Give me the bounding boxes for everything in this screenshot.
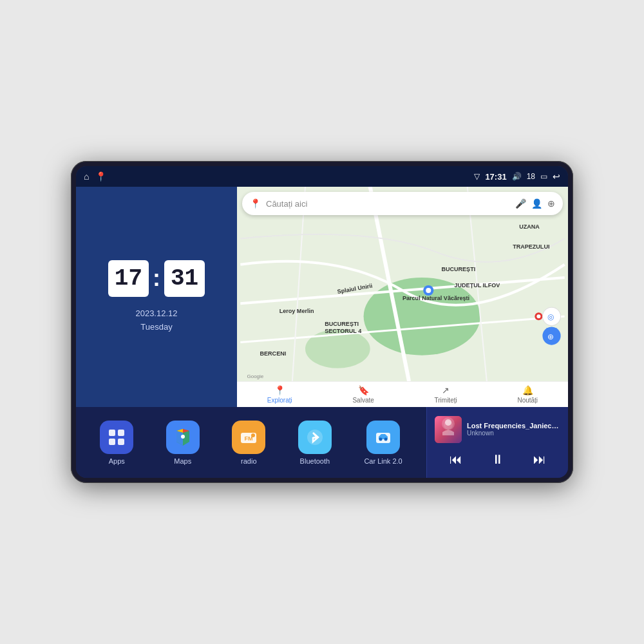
map-tab-news[interactable]: 🔔 Noutăți: [517, 385, 538, 404]
saved-icon: 🔖: [358, 385, 369, 395]
svg-rect-30: [118, 439, 124, 445]
clock-minutes: 31: [164, 260, 205, 297]
maps-icon-image: [166, 421, 200, 454]
svg-text:⊕: ⊕: [547, 332, 554, 341]
map-panel[interactable]: Parcul Natural Văcărești Leroy Merlin BU…: [237, 187, 568, 407]
clock-hours: 17: [108, 260, 149, 297]
svg-rect-27: [109, 430, 115, 436]
svg-text:SECTORUL 4: SECTORUL 4: [325, 328, 361, 334]
app-icon-maps[interactable]: Maps: [166, 421, 200, 465]
svg-text:TRAPEZULUI: TRAPEZULUI: [513, 243, 549, 250]
music-artist: Unknown: [467, 430, 560, 437]
svg-point-21: [536, 314, 540, 318]
svg-point-46: [445, 419, 451, 426]
top-section: 17 : 31 2023.12.12 Tuesday: [76, 187, 568, 407]
svg-text:BUCUREȘTI: BUCUREȘTI: [441, 266, 475, 272]
apps-label: Apps: [109, 457, 125, 465]
clock-colon: :: [153, 265, 160, 292]
back-icon[interactable]: ↩: [553, 171, 560, 182]
share-icon: ↗: [442, 385, 450, 395]
music-controls: ⏮ ⏸ ⏭: [435, 450, 560, 469]
explore-label: Explorați: [267, 397, 292, 404]
home-icon[interactable]: ⌂: [84, 171, 89, 182]
status-left-icons: ⌂ 📍: [84, 171, 106, 182]
radio-label: radio: [241, 457, 256, 465]
app-icon-apps[interactable]: Apps: [100, 421, 133, 465]
svg-point-38: [251, 433, 255, 437]
carlink-label: Car Link 2.0: [364, 457, 402, 465]
apps-panel: Apps Maps: [76, 407, 426, 478]
bluetooth-label: Bluetooth: [300, 457, 330, 465]
status-bar: ⌂ 📍 ▽ 17:31 🔊 18 ▭ ↩: [76, 166, 568, 187]
maps-label: Maps: [174, 457, 191, 465]
main-content: 17 : 31 2023.12.12 Tuesday: [76, 187, 568, 478]
svg-point-9: [426, 288, 431, 293]
car-display-device: ⌂ 📍 ▽ 17:31 🔊 18 ▭ ↩ 17 :: [71, 161, 573, 483]
svg-rect-28: [118, 430, 124, 436]
battery-icon: ▭: [540, 172, 547, 181]
clock-display: 17 : 31: [108, 260, 205, 297]
map-search-placeholder[interactable]: Căutați aici: [266, 199, 510, 209]
svg-text:Leroy Merlin: Leroy Merlin: [279, 308, 314, 314]
map-search-actions: 🎤 👤 ⊕: [515, 198, 555, 209]
device-screen: ⌂ 📍 ▽ 17:31 🔊 18 ▭ ↩ 17 :: [76, 166, 568, 478]
map-tab-share[interactable]: ↗ Trimiteți: [435, 385, 457, 404]
music-panel: Lost Frequencies_Janieck Devy-... Unknow…: [426, 407, 568, 478]
app-icon-radio[interactable]: FM radio: [232, 421, 265, 465]
map-background: Parcul Natural Văcărești Leroy Merlin BU…: [237, 187, 568, 381]
music-thumbnail: [435, 416, 462, 443]
app-icon-carlink[interactable]: Car Link 2.0: [364, 421, 402, 465]
saved-label: Salvate: [352, 397, 374, 404]
svg-point-41: [379, 437, 383, 440]
mic-icon[interactable]: 🎤: [515, 198, 526, 209]
status-right-info: ▽ 17:31 🔊 18 ▭ ↩: [474, 171, 560, 182]
clock-date: 2023.12.12 Tuesday: [135, 307, 177, 334]
svg-text:BUCUREȘTI: BUCUREȘTI: [325, 321, 359, 327]
music-title: Lost Frequencies_Janieck Devy-...: [467, 422, 560, 430]
map-bottom-bar: 📍 Explorați 🔖 Salvate ↗ Trimiteți 🔔: [237, 381, 568, 407]
bluetooth-icon-image: [298, 421, 332, 454]
volume-icon: 🔊: [512, 172, 522, 181]
explore-icon: 📍: [274, 385, 285, 395]
svg-text:UZANA: UZANA: [519, 223, 540, 230]
radio-icon-image: FM: [232, 421, 265, 454]
music-info: Lost Frequencies_Janieck Devy-... Unknow…: [435, 416, 560, 443]
volume-level: 18: [527, 172, 535, 181]
map-search-bar[interactable]: 📍 Căutați aici 🎤 👤 ⊕: [242, 192, 563, 215]
clock-panel: 17 : 31 2023.12.12 Tuesday: [76, 187, 237, 407]
share-label: Trimiteți: [435, 397, 457, 404]
svg-text:Google: Google: [247, 374, 263, 379]
next-button[interactable]: ⏭: [528, 450, 551, 469]
news-icon: 🔔: [522, 385, 533, 395]
app-icon-bluetooth[interactable]: Bluetooth: [298, 421, 332, 465]
svg-rect-29: [109, 439, 115, 445]
prev-button[interactable]: ⏮: [444, 450, 468, 469]
bottom-section: Apps Maps: [76, 407, 568, 478]
maps-pin-icon[interactable]: 📍: [95, 171, 106, 182]
svg-text:BERCENI: BERCENI: [260, 350, 287, 357]
account-icon[interactable]: 👤: [531, 198, 542, 209]
signal-icon: ▽: [474, 172, 480, 181]
maps-logo-icon: 📍: [250, 198, 261, 209]
carlink-icon-image: [366, 421, 400, 454]
svg-point-42: [384, 437, 388, 440]
svg-text:◎: ◎: [547, 312, 554, 321]
status-time: 17:31: [485, 172, 506, 182]
music-text: Lost Frequencies_Janieck Devy-... Unknow…: [467, 422, 560, 437]
layers-icon[interactable]: ⊕: [547, 198, 555, 209]
play-pause-button[interactable]: ⏸: [486, 450, 509, 469]
map-tab-saved[interactable]: 🔖 Salvate: [352, 385, 374, 404]
news-label: Noutăți: [517, 397, 538, 404]
svg-text:JUDEȚUL ILFOV: JUDEȚUL ILFOV: [455, 282, 500, 289]
apps-icon-image: [100, 421, 133, 454]
map-tab-explore[interactable]: 📍 Explorați: [267, 385, 292, 404]
svg-text:Parcul Natural Văcărești: Parcul Natural Văcărești: [402, 295, 469, 301]
svg-point-35: [181, 435, 185, 439]
